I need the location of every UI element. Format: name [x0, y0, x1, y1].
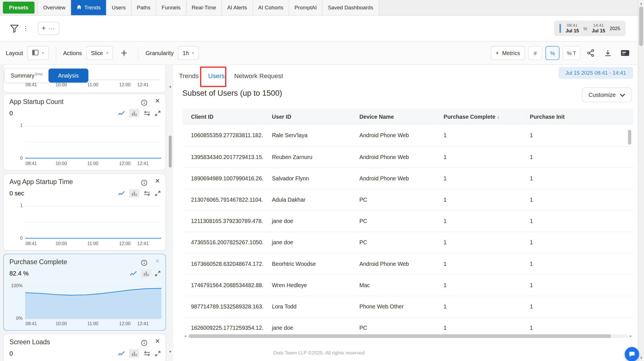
expand-icon[interactable] — [155, 110, 161, 116]
scroll-up-arrow[interactable]: ▲ — [638, 2, 644, 5]
info-icon[interactable] — [141, 180, 147, 186]
client-id-link[interactable]: 1890694989.1007990416.26... — [182, 168, 263, 189]
scrollbar-thumb[interactable] — [639, 7, 643, 46]
presets-button[interactable]: Presets — [3, 2, 34, 14]
client-id-link[interactable]: 213076065.791467822.1104... — [182, 189, 263, 210]
compare-icon[interactable] — [143, 110, 151, 116]
sidebar-scrollbar[interactable]: ▲ ▼ — [168, 65, 172, 361]
client-id-link[interactable]: 1395834340.2017729413.15... — [182, 146, 263, 168]
filter-more-icon[interactable]: ⋮ — [23, 25, 29, 32]
column-header-purchase-init[interactable]: Purchase Init — [521, 108, 634, 125]
user-id-link[interactable]: jane doe — [263, 232, 351, 253]
table-row[interactable]: 987714789.1532589328.163... Lora Todd Ph… — [182, 296, 634, 317]
user-id-link[interactable]: jane doe — [263, 317, 351, 333]
scroll-up-arrow[interactable]: ▲ — [168, 85, 172, 88]
scroll-down-arrow[interactable]: ▼ — [638, 356, 644, 360]
nav-tab-overview[interactable]: Overview — [37, 0, 71, 15]
table-vertical-scrollbar[interactable] — [628, 127, 632, 331]
tab-summary[interactable]: Summary Beta — [5, 68, 49, 82]
user-id-link[interactable]: Wren Hedleye — [263, 274, 351, 296]
table-horizontal-scrollbar[interactable]: ◂ ▸ — [182, 333, 634, 338]
column-header-user-id[interactable]: User ID — [263, 108, 351, 125]
count-toggle-button[interactable]: # — [528, 46, 542, 60]
column-header-client-id[interactable]: Client ID — [182, 108, 263, 125]
nav-tab-users[interactable]: Users — [106, 0, 131, 15]
tab-users[interactable]: Users — [207, 71, 225, 82]
table-row[interactable]: 1395834340.2017729413.15... Reuben Zarnu… — [182, 146, 634, 168]
nav-tab-trends[interactable]: Trends — [71, 0, 106, 15]
scrollbar-thumb[interactable] — [189, 334, 611, 338]
info-icon[interactable] — [141, 99, 147, 106]
column-header-device-name[interactable]: Device Name — [351, 108, 435, 125]
table-row[interactable]: 1626009225.1771259354.12... jane doe PC … — [182, 317, 634, 333]
slice-dropdown[interactable]: Slice ▾ — [86, 46, 113, 60]
user-id-link[interactable]: Lora Todd — [263, 296, 351, 317]
download-icon[interactable] — [601, 46, 615, 60]
client-id-link[interactable]: 987714789.1532589328.163... — [182, 296, 263, 317]
metric-card-app-startup-count[interactable]: App Startup Count × 0 1 0 — [3, 94, 166, 170]
client-id-link[interactable]: 1060855359.277283811.182... — [182, 125, 263, 146]
metric-card-avg-app-startup-time[interactable]: Avg App Startup Time × 0 sec 1 — [3, 174, 166, 251]
close-icon[interactable]: × — [155, 337, 160, 346]
client-id-link[interactable]: 1673660528.632048674.172... — [182, 253, 263, 274]
date-range-picker[interactable]: 08:41 Jul 15 to 14:41 Jul 15 2025 — [554, 20, 626, 36]
bar-chart-toggle[interactable] — [129, 189, 139, 197]
scroll-left-arrow[interactable]: ◂ — [182, 334, 188, 338]
bar-chart-toggle[interactable] — [129, 109, 139, 117]
tab-network-request[interactable]: Network Request — [233, 71, 284, 82]
info-icon[interactable] — [141, 340, 147, 346]
user-id-link[interactable]: Adula Dakhar — [263, 189, 351, 210]
scrollbar-track[interactable] — [188, 334, 628, 338]
table-row[interactable]: 1060855359.277283811.182... Rale Serv'la… — [182, 125, 634, 146]
nav-tab-funnels[interactable]: Funnels — [156, 0, 186, 15]
scrollbar-thumb[interactable] — [628, 130, 632, 145]
client-id-link[interactable]: 1211308165.379230789.478... — [182, 210, 263, 231]
scrollbar-thumb[interactable] — [169, 135, 172, 168]
user-id-link[interactable]: Reuben Zarnuru — [263, 146, 351, 168]
nav-tab-promptai[interactable]: PromptAI — [289, 0, 322, 15]
user-id-link[interactable]: jane doe — [263, 210, 351, 231]
page-scrollbar[interactable]: ▲ ▼ — [638, 0, 644, 361]
split-rows-icon[interactable] — [117, 46, 131, 60]
expand-icon[interactable] — [155, 190, 161, 196]
info-icon[interactable] — [141, 260, 147, 266]
view-toggle-icon[interactable] — [618, 46, 632, 60]
add-filter-button[interactable]: + ··· — [38, 22, 59, 35]
user-id-link[interactable]: Beorhtric Woodse — [263, 253, 351, 274]
column-header-purchase-complete[interactable]: Purchase Complete↓ — [435, 108, 521, 125]
table-row[interactable]: 1890694989.1007990416.26... Salvador Fly… — [182, 168, 634, 189]
expand-icon[interactable] — [155, 270, 161, 276]
filter-funnel-icon[interactable] — [10, 24, 19, 33]
share-icon[interactable] — [584, 46, 597, 60]
table-row[interactable]: 1746791564.2088534482.88... Wren Hedleye… — [182, 274, 634, 296]
table-row[interactable]: 47365516.2007825267.1050... jane doe PC … — [182, 232, 634, 253]
client-id-link[interactable]: 47365516.2007825267.1050... — [182, 232, 263, 253]
close-icon[interactable]: × — [155, 177, 160, 186]
user-id-link[interactable]: Rale Serv'laya — [263, 125, 351, 146]
table-row[interactable]: 213076065.791467822.1104... Adula Dakhar… — [182, 189, 634, 210]
compare-icon[interactable] — [143, 190, 151, 196]
table-row[interactable]: 1211308165.379230789.478... jane doe PC … — [182, 210, 634, 231]
nav-tab-saved-dashboards[interactable]: Saved Dashboards — [322, 0, 379, 15]
nav-tab-ai-alerts[interactable]: AI Alerts — [222, 0, 253, 15]
chat-support-button[interactable] — [625, 347, 639, 361]
bar-chart-toggle[interactable] — [141, 269, 151, 277]
tab-analysis[interactable]: Analysis — [49, 68, 88, 82]
client-id-link[interactable]: 1626009225.1771259354.12... — [182, 317, 263, 333]
close-icon[interactable]: × — [155, 257, 160, 266]
customize-button[interactable]: Customize — [582, 87, 632, 102]
percent-total-toggle-button[interactable]: % T — [563, 46, 580, 60]
line-chart-toggle[interactable] — [130, 270, 137, 276]
line-chart-toggle[interactable] — [118, 190, 125, 196]
line-chart-toggle[interactable] — [118, 110, 125, 116]
client-id-link[interactable]: 1746791564.2088534482.88... — [182, 274, 263, 296]
percent-toggle-button[interactable]: % — [546, 46, 559, 60]
close-icon[interactable]: × — [155, 97, 160, 106]
add-metrics-button[interactable]: + Metrics — [491, 46, 525, 60]
metric-card-purchase-complete[interactable]: Purchase Complete × 82.4 % 100% 0% — [3, 254, 166, 331]
nav-tab-real-time[interactable]: Real-Time — [186, 0, 222, 15]
nav-tab-paths[interactable]: Paths — [131, 0, 156, 15]
granularity-dropdown[interactable]: 1h ▾ — [178, 46, 199, 60]
nav-tab-ai-cohorts[interactable]: AI Cohorts — [253, 0, 289, 15]
user-id-link[interactable]: Salvador Flynn — [263, 168, 351, 189]
